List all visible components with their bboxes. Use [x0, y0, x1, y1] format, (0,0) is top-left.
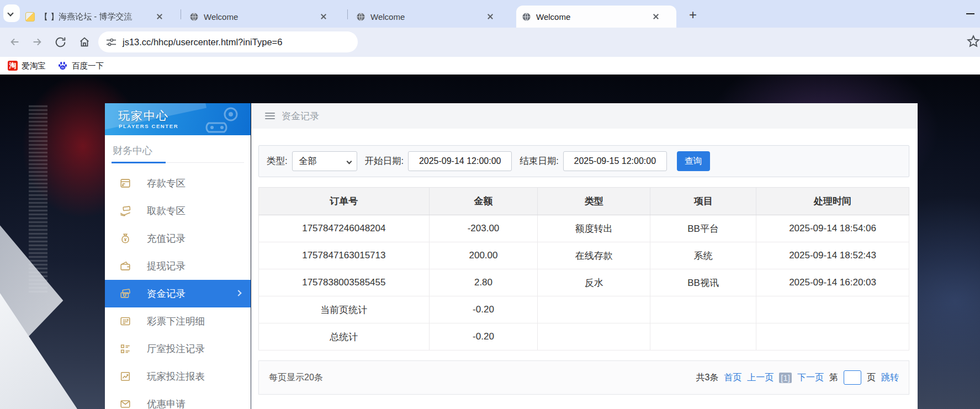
next-page-link[interactable]: 下一页 [797, 372, 824, 384]
sidebar-item-label: 玩家投注报表 [147, 370, 205, 383]
sidebar-item-label: 彩票下注明细 [147, 315, 205, 328]
close-icon[interactable] [155, 12, 165, 22]
sidebar-item-label: 优惠申请 [147, 397, 186, 409]
tab-welcome-1[interactable]: Welcome [184, 6, 345, 28]
players-center-subtitle: PLAYERS CENTER [119, 123, 178, 129]
page-jump-input[interactable] [844, 370, 861, 385]
close-icon[interactable] [651, 12, 661, 22]
cell-time: 2025-09-14 16:20:03 [756, 269, 909, 296]
table-header-row: 订单号 金额 类型 项目 处理时间 [259, 188, 909, 215]
cell-amount: -203.00 [429, 215, 538, 242]
forward-icon[interactable] [29, 34, 45, 50]
table-row: 1757847163015713 200.00 在线存款 系统 2025-09-… [259, 242, 909, 269]
filter-bar: 类型: 全部 开始日期: 结束日期: 查询 [258, 145, 909, 177]
cell-empty [650, 296, 756, 323]
finance-section-title: 财务中心 [112, 144, 244, 157]
sidebar-item-label: 存款专区 [147, 177, 186, 190]
deposit-card-icon [119, 177, 131, 189]
bookmark-star-icon[interactable] [966, 34, 980, 50]
reload-icon[interactable] [52, 34, 68, 50]
end-date-input[interactable] [563, 151, 667, 171]
bookmark-baidu[interactable]: du 百度一下 [54, 59, 107, 73]
tab-title: Welcome [204, 12, 314, 22]
hall-list-icon [119, 343, 131, 355]
tab-welcome-2[interactable]: Welcome [351, 6, 512, 28]
tab-divider [181, 9, 181, 19]
browser-tab-strip: 【 】海燕论坛 - 博学交流 Welcome Welcome Welcome + [0, 0, 980, 28]
cell-order-no: 1757838003585455 [259, 269, 430, 296]
pagination-bar: 每页显示20条 共3条 首页 上一页 [1] 下一页 第 页 跳转 [258, 360, 909, 395]
cell-time: 2025-09-14 18:54:06 [756, 215, 909, 242]
cell-item: BB平台 [650, 215, 756, 242]
url-text[interactable]: js13.cc/hhcp/usercenter.html?iniType=6 [123, 37, 282, 47]
main-panel: 资金记录 类型: 全部 开始日期: 结束日期: 查询 订单号 金额 类型 项目 … [251, 103, 918, 409]
report-chart-icon [119, 370, 131, 383]
column-header: 处理时间 [756, 188, 909, 215]
first-page-link[interactable]: 首页 [724, 372, 741, 384]
sidebar-item-label: 取款专区 [147, 204, 186, 217]
webpage-viewport: 玩家中心 PLAYERS CENTER 财务中心 存款专区 [0, 75, 980, 409]
cell-empty [756, 323, 909, 350]
bookmark-taobao[interactable]: 淘 爱淘宝 [4, 59, 49, 73]
home-icon[interactable] [76, 34, 93, 50]
end-date-label: 结束日期: [520, 155, 559, 167]
envelope-icon [119, 398, 131, 409]
table-row: 1757838003585455 2.80 反水 BB视讯 2025-09-14… [259, 269, 909, 296]
sidebar-item-label: 充值记录 [147, 232, 186, 245]
jump-prefix: 第 [829, 372, 838, 384]
minimize-icon[interactable] [966, 13, 974, 14]
forum-favicon-icon [25, 12, 35, 22]
sidebar-item-fund-records[interactable]: 资金记录 [105, 280, 251, 307]
close-icon[interactable] [319, 12, 329, 22]
baidu-paw-icon: du [57, 61, 68, 71]
table-row-grand-total: 总统计 -0.20 [259, 323, 909, 350]
sidebar-item-recharge-records[interactable]: 充值记录 [105, 225, 251, 252]
sidebar-item-promo-apply[interactable]: 优惠申请 [105, 390, 251, 409]
tab-search-button[interactable] [3, 4, 20, 22]
sidebar-item-withdrawal-records[interactable]: 提现记录 [105, 252, 251, 280]
list-card-icon [119, 315, 131, 327]
close-icon[interactable] [485, 12, 495, 22]
per-page-text: 每页显示20条 [269, 372, 323, 384]
cell-amount: -0.20 [429, 323, 538, 350]
sidebar-item-label: 提现记录 [147, 259, 186, 273]
globe-icon [522, 12, 531, 22]
menu-toggle-icon[interactable] [265, 113, 275, 120]
search-button[interactable]: 查询 [677, 151, 710, 171]
new-tab-button[interactable]: + [684, 7, 702, 23]
sidebar-item-label: 资金记录 [147, 287, 186, 300]
current-page-badge: [1] [779, 373, 792, 383]
table-row: 1757847246048204 -203.00 额度转出 BB平台 2025-… [259, 215, 909, 242]
bookmark-label: 爱淘宝 [22, 61, 46, 71]
table-row-page-total: 当前页统计 -0.20 [259, 296, 909, 323]
cell-empty [538, 296, 650, 323]
column-header: 金额 [429, 188, 538, 215]
sidebar-item-hall-bet-records[interactable]: 厅室投注记录 [105, 335, 251, 363]
start-date-label: 开始日期: [365, 155, 404, 167]
tab-divider [347, 9, 348, 19]
fund-records-table: 订单号 金额 类型 项目 处理时间 1757847246048204 -203.… [258, 187, 909, 350]
tab-title: Welcome [370, 12, 481, 22]
tab-haiyan-forum[interactable]: 【 】海燕论坛 - 博学交流 [20, 6, 179, 28]
globe-icon [189, 12, 199, 22]
cell-amount: 200.00 [429, 242, 538, 269]
site-settings-icon[interactable] [106, 38, 116, 47]
start-date-input[interactable] [408, 151, 512, 171]
sidebar-menu: 存款专区 取款专区 充值记录 提现记录 [105, 169, 251, 409]
address-bar[interactable]: js13.cc/hhcp/usercenter.html?iniType=6 [98, 31, 358, 52]
tab-welcome-active[interactable]: Welcome [516, 6, 676, 28]
gamepad-icon [198, 107, 245, 134]
sidebar-item-player-bet-report[interactable]: 玩家投注报表 [105, 363, 251, 390]
prev-page-link[interactable]: 上一页 [747, 372, 774, 384]
column-header: 订单号 [259, 188, 430, 215]
type-select[interactable]: 全部 [292, 151, 357, 171]
pager-controls: 共3条 首页 上一页 [1] 下一页 第 页 跳转 [696, 370, 899, 385]
type-select-value: 全部 [299, 156, 317, 167]
cell-type: 在线存款 [538, 242, 650, 269]
sidebar-item-withdraw-zone[interactable]: 取款专区 [105, 197, 251, 225]
total-count: 共3条 [696, 372, 718, 384]
jump-button[interactable]: 跳转 [881, 372, 899, 384]
sidebar-item-lottery-bets[interactable]: 彩票下注明细 [105, 307, 251, 335]
sidebar-item-deposit-zone[interactable]: 存款专区 [105, 169, 251, 197]
back-icon[interactable] [7, 34, 23, 50]
